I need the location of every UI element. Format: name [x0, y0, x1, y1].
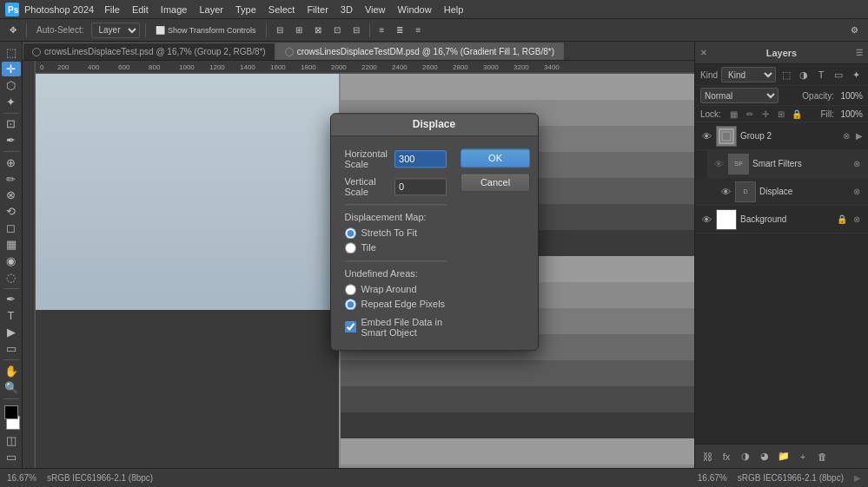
brush-tool[interactable]: ✏ [2, 172, 21, 187]
layer-item-background[interactable]: 👁 Background 🔒 ⊗ [695, 206, 868, 234]
filter-shape-btn[interactable]: ▭ [832, 68, 845, 82]
layer-expand-group2[interactable]: ▶ [856, 131, 863, 141]
eyedropper-tool[interactable]: ✒ [2, 133, 21, 148]
transform-controls-btn[interactable]: ⬜ Show Transform Controls [151, 22, 260, 39]
lasso-tool[interactable]: ⬡ [2, 78, 21, 93]
distribute-btn-3[interactable]: ≡ [411, 22, 425, 39]
displace-dialog: Displace Horizontal Scale Vertical Scale… [330, 113, 539, 351]
menu-3d[interactable]: 3D [335, 3, 358, 16]
menu-filter[interactable]: Filter [301, 3, 333, 16]
add-mask-btn[interactable]: ◑ [739, 450, 752, 464]
menu-select[interactable]: Select [263, 3, 301, 16]
magic-wand-tool[interactable]: ✦ [2, 95, 21, 109]
doc-tab-right[interactable]: crowsLinesDisplaceTestDM.psd @ 16,7% (Gr… [275, 43, 564, 60]
filter-adjustment-btn[interactable]: ◑ [797, 68, 811, 82]
align-btn-3[interactable]: ⊠ [310, 22, 326, 39]
zoom-tool[interactable]: 🔍 [2, 380, 21, 395]
embed-checkbox[interactable] [345, 321, 356, 332]
lock-transparent-btn[interactable]: ▦ [728, 108, 740, 120]
layer-fx-displace[interactable]: ⊗ [851, 186, 863, 198]
tile-label[interactable]: Tile [361, 242, 376, 253]
history-brush-tool[interactable]: ⟲ [2, 204, 21, 219]
lock-pixels-btn[interactable]: ✏ [744, 108, 756, 120]
visibility-smart-filters[interactable]: 👁 [712, 158, 725, 170]
pen-tool[interactable]: ✒ [2, 293, 21, 307]
add-layer-btn[interactable]: + [796, 450, 810, 464]
tile-radio[interactable] [345, 242, 356, 253]
vertical-scale-input[interactable] [394, 178, 447, 195]
align-btn-5[interactable]: ⊟ [348, 22, 364, 39]
move-tool[interactable]: ✛ [2, 62, 21, 76]
quick-mask-tool[interactable]: ◫ [2, 433, 21, 448]
filter-smart-btn[interactable]: ✦ [849, 68, 863, 82]
clone-stamp-tool[interactable]: ⊗ [2, 188, 21, 203]
align-btn-2[interactable]: ⊞ [291, 22, 307, 39]
visibility-displace[interactable]: 👁 [719, 186, 732, 198]
distribute-btn-2[interactable]: ≣ [392, 22, 407, 39]
stretch-to-fit-label[interactable]: Stretch To Fit [361, 227, 418, 238]
visibility-group2[interactable]: 👁 [700, 130, 712, 142]
ok-button[interactable]: OK [461, 148, 530, 168]
embed-label[interactable]: Embed File Data in Smart Object [361, 317, 447, 338]
layer-fx-group2[interactable]: ⊗ [840, 130, 852, 142]
hand-tool[interactable]: ✋ [2, 364, 21, 378]
settings-btn[interactable]: ⚙ [846, 22, 863, 39]
menu-view[interactable]: View [360, 3, 391, 16]
cancel-button[interactable]: Cancel [461, 173, 530, 192]
layer-fx-background[interactable]: ⊗ [851, 214, 863, 226]
align-btn-1[interactable]: ⊟ [272, 22, 288, 39]
align-btn-4[interactable]: ⊡ [329, 22, 345, 39]
add-style-btn[interactable]: fx [719, 450, 733, 464]
menu-file[interactable]: File [99, 3, 125, 16]
blend-mode-select[interactable]: Normal Multiply Screen [700, 88, 779, 103]
menu-edit[interactable]: Edit [127, 3, 154, 16]
blur-tool[interactable]: ◉ [2, 253, 21, 268]
stretch-to-fit-radio[interactable] [345, 227, 356, 239]
add-adjustment-btn[interactable]: ◕ [758, 450, 772, 464]
lock-position-btn[interactable]: ✛ [759, 108, 772, 120]
auto-select-dropdown[interactable]: Layer Group [91, 23, 140, 38]
menu-window[interactable]: Window [393, 3, 437, 16]
foreground-color[interactable] [4, 405, 18, 419]
move-tool-btn[interactable]: ✥ [5, 22, 21, 39]
shape-tool[interactable]: ▭ [2, 341, 21, 356]
add-group-btn[interactable]: 📁 [777, 450, 791, 464]
healing-brush-tool[interactable]: ⊕ [2, 155, 21, 170]
menu-image[interactable]: Image [156, 3, 193, 16]
displace-form: Horizontal Scale Vertical Scale Displace… [331, 136, 461, 350]
thumb-group2 [716, 126, 737, 147]
wrap-around-label[interactable]: Wrap Around [361, 284, 417, 294]
layer-item-displace[interactable]: 👁 D Displace ⊗ [695, 178, 868, 206]
delete-layer-btn[interactable]: 🗑 [815, 450, 829, 464]
gradient-tool[interactable]: ▦ [2, 237, 21, 252]
path-selection-tool[interactable]: ▶ [2, 325, 21, 339]
lock-all-btn[interactable]: 🔒 [791, 108, 803, 120]
layer-name-group2: Group 2 [740, 131, 837, 141]
filter-pixel-btn[interactable]: ⬚ [779, 68, 793, 82]
repeat-edge-label[interactable]: Repeat Edge Pixels [361, 299, 446, 309]
visibility-background[interactable]: 👁 [700, 214, 712, 226]
wrap-around-radio[interactable] [345, 284, 356, 295]
filter-type-btn[interactable]: T [814, 68, 828, 82]
layers-panel-close[interactable]: ✕ [700, 49, 707, 57]
layer-item-smart-filters[interactable]: 👁 SF Smart Filters ⊗ [707, 150, 868, 178]
horizontal-scale-input[interactable] [394, 150, 447, 168]
layers-search-select[interactable]: Kind Name Effect Mode [721, 67, 776, 82]
doc-tab-left[interactable]: crowsLinesDisplaceTest.psd @ 16,7% (Grou… [23, 43, 275, 60]
menu-type[interactable]: Type [230, 3, 262, 16]
menu-layer[interactable]: Layer [194, 3, 229, 16]
screen-mode-btn[interactable]: ▭ [2, 450, 21, 464]
layer-fx-smart-filters[interactable]: ⊗ [851, 158, 863, 170]
crop-tool[interactable]: ⊡ [2, 116, 21, 131]
layer-item-group2[interactable]: 👁 Group 2 ⊗ ▶ [695, 122, 868, 150]
type-tool[interactable]: T [2, 308, 21, 323]
link-layers-btn[interactable]: ⛓ [700, 450, 714, 464]
dodge-tool[interactable]: ◌ [2, 270, 21, 285]
lock-artboard-btn[interactable]: ⊞ [775, 108, 787, 120]
menu-help[interactable]: Help [439, 3, 469, 16]
distribute-btn-1[interactable]: ≡ [375, 22, 389, 39]
repeat-edge-radio[interactable] [345, 299, 356, 310]
selection-tool[interactable]: ⬚ [2, 45, 21, 60]
eraser-tool[interactable]: ◻ [2, 220, 21, 235]
layers-panel-menu[interactable]: ☰ [856, 49, 863, 57]
